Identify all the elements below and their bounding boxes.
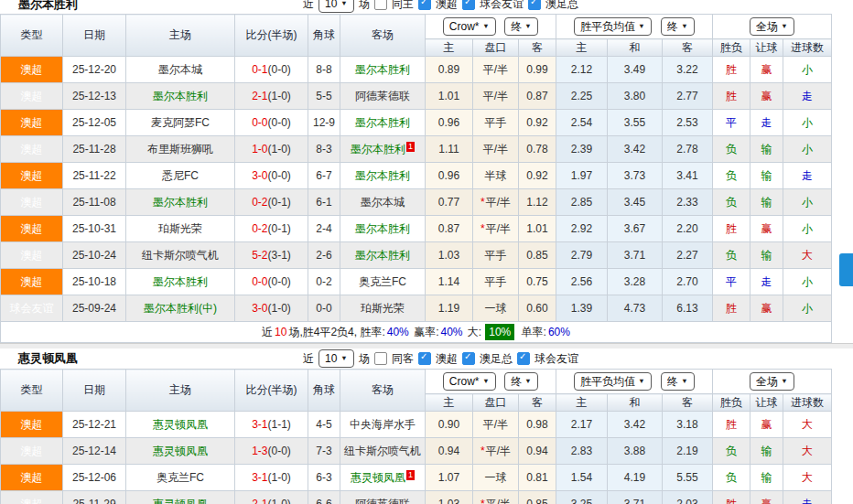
score: 0-1(0-0) bbox=[235, 57, 308, 83]
match-count-select-2[interactable]: 10 bbox=[319, 349, 354, 368]
match-type-badge: 澳超 bbox=[1, 412, 63, 438]
europe-home-odds: 2.85 bbox=[556, 189, 608, 216]
europe-final-select-2[interactable]: 终 bbox=[661, 372, 695, 391]
europe-odds-select[interactable]: 胜平负均值 bbox=[574, 17, 652, 36]
europe-odds-select-2[interactable]: 胜平负均值 bbox=[574, 372, 652, 391]
team-name[interactable]: 阿德莱德联 bbox=[355, 498, 410, 504]
result-goals: 走 bbox=[783, 163, 832, 189]
summary-text: 赢率: bbox=[414, 326, 438, 338]
team-name[interactable]: 麦克阿瑟FC bbox=[151, 116, 210, 129]
match-date: 25-11-29 bbox=[63, 491, 126, 504]
team-name[interactable]: 墨尔本胜利 bbox=[355, 116, 410, 129]
games-label: 场 bbox=[359, 0, 370, 12]
europe-draw-odds: 3.55 bbox=[608, 110, 663, 136]
result-handicap: 输 bbox=[750, 465, 783, 491]
team-name[interactable]: 墨尔本胜利 bbox=[355, 249, 410, 262]
europe-draw-odds: 3.28 bbox=[608, 269, 663, 295]
europe-draw-odds: 3.71 bbox=[608, 242, 663, 269]
team-name[interactable]: 奥克兰FC bbox=[359, 275, 406, 288]
handicap-home-odds: 0.87 bbox=[426, 216, 473, 242]
section-wellington-phoenix: 惠灵顿凤凰 近 10 场 同客 澳超 澳足总 球会友谊 bbox=[0, 349, 853, 504]
floating-side-tab-button[interactable] bbox=[839, 253, 853, 286]
home-team: 墨尔本胜利 bbox=[126, 83, 235, 110]
match-date: 25-12-06 bbox=[63, 465, 126, 491]
team-name[interactable]: 墨尔本胜利(中) bbox=[144, 302, 217, 315]
team-name[interactable]: 墨尔本城 bbox=[361, 196, 405, 209]
europe-away-odds: 5.55 bbox=[663, 465, 713, 491]
corner-score: 2-4 bbox=[308, 216, 340, 242]
corner-score: 12-9 bbox=[308, 110, 340, 136]
same-venue-checkbox-2[interactable] bbox=[374, 352, 387, 365]
team-name[interactable]: 墨尔本胜利 bbox=[355, 169, 410, 182]
corner-score: 6-6 bbox=[308, 491, 340, 504]
team-name[interactable]: 墨尔本胜利 bbox=[153, 90, 208, 102]
handicap-line: 平手 bbox=[473, 269, 519, 295]
match-type-badge: 澳超 bbox=[1, 491, 63, 504]
corner-score: 5-5 bbox=[308, 83, 340, 110]
europe-final-select-wrap: 终 bbox=[661, 17, 695, 36]
corner-score: 6-3 bbox=[308, 465, 340, 491]
team-name[interactable]: 纽卡斯尔喷气机 bbox=[344, 445, 421, 457]
team-name[interactable]: 阿德莱德联 bbox=[355, 90, 410, 102]
team-name[interactable]: 墨尔本胜利 bbox=[355, 222, 410, 235]
result-goals: 走 bbox=[783, 83, 832, 110]
same-venue-checkbox[interactable] bbox=[374, 0, 387, 10]
result-winlose: 胜 bbox=[713, 83, 750, 110]
handicap-home-odds: 0.89 bbox=[426, 57, 473, 83]
handicap-away-odds: 0.85 bbox=[519, 491, 556, 504]
bookmaker-select-2[interactable]: Crow* bbox=[443, 372, 496, 391]
same-venue-label: 同客 bbox=[392, 351, 414, 367]
europe-final-select[interactable]: 终 bbox=[661, 17, 695, 36]
team-name[interactable]: 惠灵顿凤凰 bbox=[153, 498, 208, 504]
team-name[interactable]: 纽卡斯尔喷气机 bbox=[142, 249, 219, 262]
team-name[interactable]: 惠灵顿凤凰 bbox=[153, 418, 208, 431]
europe-home-odds: 2.79 bbox=[556, 242, 608, 269]
home-team: 珀斯光荣 bbox=[126, 216, 235, 242]
match-type-badge: 澳超 bbox=[1, 110, 63, 136]
match-date: 25-12-05 bbox=[63, 110, 126, 136]
team-name[interactable]: 惠灵顿凤凰 bbox=[351, 471, 405, 484]
team-name[interactable]: 墨尔本胜利 bbox=[351, 143, 405, 155]
home-team: 惠灵顿凤凰 bbox=[126, 491, 235, 504]
result-winlose: 平 bbox=[713, 110, 750, 136]
team-name[interactable]: 墨尔本胜利 bbox=[153, 196, 208, 209]
handicap-final-select-2[interactable]: 终 bbox=[504, 372, 538, 391]
team-name[interactable]: 墨尔本城 bbox=[158, 63, 202, 76]
team-name[interactable]: 惠灵顿凤凰 bbox=[153, 445, 208, 457]
friendly-checkbox-checked-icon[interactable] bbox=[517, 352, 530, 365]
cup-checkbox-checked-icon[interactable] bbox=[528, 0, 541, 10]
friendly-label: 球会友谊 bbox=[534, 351, 578, 367]
col-header-handicap-line: 盘口 bbox=[473, 39, 519, 57]
col-header-away: 客场 bbox=[340, 370, 426, 412]
team-name[interactable]: 珀斯光荣 bbox=[158, 222, 202, 235]
handicap-final-select[interactable]: 终 bbox=[504, 17, 538, 36]
result-handicap: 输 bbox=[750, 242, 783, 269]
team-name[interactable]: 布里斯班狮吼 bbox=[147, 143, 213, 155]
match-count-select[interactable]: 10 bbox=[319, 0, 354, 13]
team-name[interactable]: 墨尔本胜利 bbox=[355, 63, 410, 76]
corner-score: 0-0 bbox=[308, 295, 340, 322]
score: 3-1(1-1) bbox=[235, 412, 308, 438]
team-name[interactable]: 中央海岸水手 bbox=[350, 418, 416, 431]
result-handicap: 输 bbox=[750, 189, 783, 216]
match-date: 25-09-24 bbox=[63, 295, 126, 322]
cup-checkbox-checked-icon[interactable] bbox=[462, 352, 475, 365]
team-name[interactable]: 奥克兰FC bbox=[157, 471, 204, 484]
scope-select[interactable]: 全场 bbox=[750, 17, 794, 36]
league-checkbox-checked-icon[interactable] bbox=[418, 352, 431, 365]
scope-select-2[interactable]: 全场 bbox=[750, 372, 794, 391]
team-name[interactable]: 悉尼FC bbox=[162, 169, 199, 182]
team-name[interactable]: 墨尔本胜利 bbox=[153, 275, 208, 288]
changed-line-star: * bbox=[480, 445, 485, 457]
result-goals: 大 bbox=[783, 465, 832, 491]
match-row: 澳超25-11-08墨尔本胜利0-2(0-1)6-1墨尔本城0.77*平/半1.… bbox=[1, 189, 832, 216]
score: 0-0(0-0) bbox=[235, 110, 308, 136]
friendly-checkbox-checked-icon[interactable] bbox=[462, 0, 475, 10]
result-handicap: 走 bbox=[750, 110, 783, 136]
bookmaker-select[interactable]: Crow* bbox=[443, 17, 496, 36]
handicap-line: 平/半 bbox=[473, 57, 519, 83]
league-checkbox-checked-icon[interactable] bbox=[418, 0, 431, 10]
match-row: 澳超25-12-21惠灵顿凤凰3-1(1-1)4-5中央海岸水手0.90平/半0… bbox=[1, 412, 832, 438]
team-name[interactable]: 珀斯光荣 bbox=[361, 302, 405, 315]
col-header-handicap-home: 主 bbox=[426, 39, 473, 57]
